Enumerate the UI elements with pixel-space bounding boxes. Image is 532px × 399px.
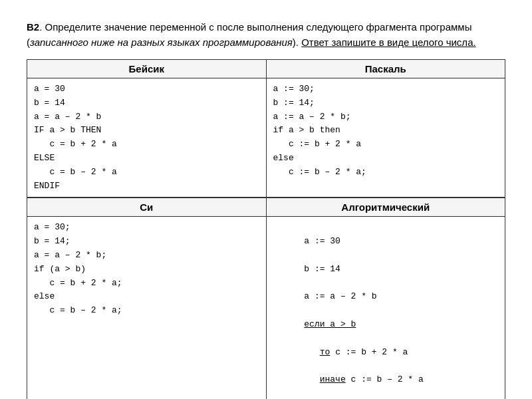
header-c: Си — [27, 198, 267, 217]
code-row-2: a = 30; b = 14; a = a – 2 * b; if (a > b… — [27, 217, 505, 399]
basic-code: a = 30 b = 14 a = a – 2 * b IF a > b THE… — [27, 78, 267, 198]
algo-line-4: если a > b — [304, 319, 356, 329]
algo-line-2: b := 14 — [304, 264, 340, 274]
algo-inache-keyword: иначе — [320, 374, 346, 384]
algo-to-keyword: то — [320, 347, 331, 357]
algo-line-5: то c := b + 2 * a — [304, 347, 408, 357]
algo-line-6: иначе c := b – 2 * a — [304, 374, 423, 384]
algo-code: a := 30 b := 14 a := a – 2 * b если a > … — [266, 217, 505, 399]
pascal-code: a := 30; b := 14; a := a – 2 * b; if a >… — [266, 78, 505, 198]
header-row-2: Си Алгоритмический — [27, 198, 505, 217]
question-italic: записанного ниже на разных языках програ… — [30, 37, 293, 48]
question-number: B2 — [27, 21, 39, 33]
code-row-1: a = 30 b = 14 a = a – 2 * b IF a > b THE… — [27, 78, 505, 198]
header-basic: Бейсик — [27, 60, 267, 78]
header-algo: Алгоритмический — [266, 198, 505, 217]
algo-line-3: a := a – 2 * b — [304, 291, 376, 301]
algo-line-1: a := 30 — [304, 236, 340, 246]
code-table: Бейсик Паскаль a = 30 b = 14 a = a – 2 *… — [27, 59, 505, 399]
question-text-after: ). — [293, 37, 301, 48]
question-underline: Ответ запишите в виде целого числа. — [301, 37, 475, 48]
header-row-1: Бейсик Паскаль — [27, 60, 505, 78]
question-text: B2. Определите значение переменной с пос… — [27, 20, 505, 50]
header-pascal: Паскаль — [266, 60, 505, 78]
c-code: a = 30; b = 14; a = a – 2 * b; if (a > b… — [27, 217, 267, 399]
